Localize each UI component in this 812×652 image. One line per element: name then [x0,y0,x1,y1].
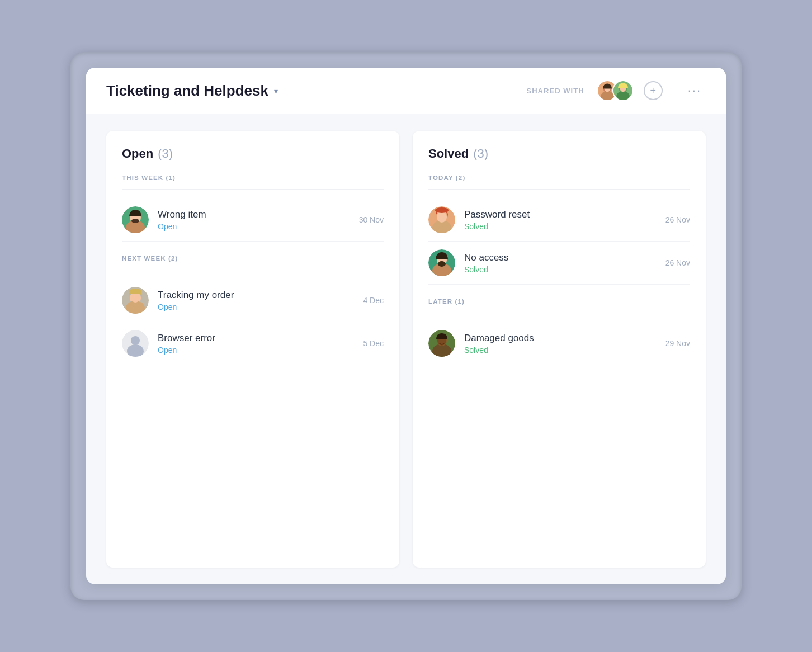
page-title: Ticketing and Helpdesk [106,82,268,100]
outer-frame: Ticketing and Helpdesk ▾ SHARED WITH [70,52,742,600]
open-count: (3) [158,147,173,161]
chevron-down-icon[interactable]: ▾ [274,87,278,96]
ticket-browser-error[interactable]: Browser error Open 5 Dec [122,322,384,365]
solved-title-text: Solved [428,147,469,161]
header-left: Ticketing and Helpdesk ▾ [106,82,278,100]
add-shared-button[interactable]: + [644,81,663,100]
svg-point-12 [131,219,139,223]
ticket-browser-error-info: Browser error Open [158,333,354,355]
avatar-browser-error [122,330,149,357]
section-today: TODAY (2) [428,174,690,181]
solved-column: Solved (3) TODAY (2) [413,131,706,568]
ticket-password-reset[interactable]: Password reset Solved 26 Nov [428,199,690,242]
ticket-browser-error-date: 5 Dec [363,339,384,348]
app-window: Ticketing and Helpdesk ▾ SHARED WITH [86,68,726,584]
section-divider-2 [122,270,384,270]
open-column-title: Open (3) [122,147,384,161]
avatar-damaged-goods [428,330,455,357]
ticket-password-reset-name: Password reset [464,209,657,220]
ticket-damaged-goods-status: Solved [464,346,657,355]
ticket-no-access-status: Solved [464,265,657,274]
main-content: Open (3) THIS WEEK (1) [86,114,726,584]
open-title-text: Open [122,147,153,161]
svg-point-19 [131,336,140,345]
solved-column-header: Solved (3) [428,147,690,161]
avatar-2 [612,80,634,101]
shared-with-label: SHARED WITH [526,87,584,95]
ticket-no-access-info: No access Solved [464,252,657,274]
header-right: SHARED WITH [526,80,706,101]
ticket-damaged-goods-info: Damaged goods Solved [464,333,657,355]
avatar-group [597,80,634,101]
section-divider-4 [428,313,690,313]
ticket-wrong-item[interactable]: Wrong item Open 30 Nov [122,199,384,242]
ticket-tracking-date: 4 Dec [363,296,384,305]
solved-count: (3) [473,147,488,161]
section-divider-1 [122,189,384,190]
ticket-no-access[interactable]: No access Solved 26 Nov [428,242,690,285]
open-column-header: Open (3) [122,147,384,161]
ticket-password-reset-info: Password reset Solved [464,209,657,231]
ticket-tracking-info: Tracking my order Open [158,290,354,311]
avatar-no-access [428,249,455,276]
ticket-password-reset-status: Solved [464,222,657,231]
ticket-damaged-goods-name: Damaged goods [464,333,657,344]
header: Ticketing and Helpdesk ▾ SHARED WITH [86,68,726,114]
open-column: Open (3) THIS WEEK (1) [106,131,399,568]
section-later: LATER (1) [428,298,690,305]
svg-point-17 [129,289,141,294]
avatar-wrong-item [122,206,149,233]
header-divider [673,82,673,100]
ticket-password-reset-date: 26 Nov [665,215,690,224]
avatar-tracking [122,287,149,314]
ticket-no-access-name: No access [464,252,657,263]
more-options-button[interactable]: ··· [683,81,706,100]
section-divider-3 [428,189,690,190]
ticket-no-access-date: 26 Nov [665,258,690,267]
ticket-tracking-status: Open [158,303,354,311]
svg-point-28 [438,261,446,267]
ticket-browser-error-name: Browser error [158,333,354,344]
ticket-wrong-item-name: Wrong item [158,209,350,220]
section-this-week: THIS WEEK (1) [122,174,384,181]
ticket-wrong-item-info: Wrong item Open [158,209,350,231]
solved-column-title: Solved (3) [428,147,690,161]
ticket-tracking-name: Tracking my order [158,290,354,301]
ticket-tracking[interactable]: Tracking my order Open 4 Dec [122,279,384,322]
section-next-week: NEXT WEEK (2) [122,255,384,262]
ticket-damaged-goods[interactable]: Damaged goods Solved 29 Nov [428,322,690,365]
ticket-browser-error-status: Open [158,346,354,355]
ticket-damaged-goods-date: 29 Nov [665,339,690,348]
ticket-wrong-item-status: Open [158,222,350,231]
avatar-password-reset [428,206,455,233]
ticket-wrong-item-date: 30 Nov [359,215,384,224]
svg-point-24 [435,207,449,213]
